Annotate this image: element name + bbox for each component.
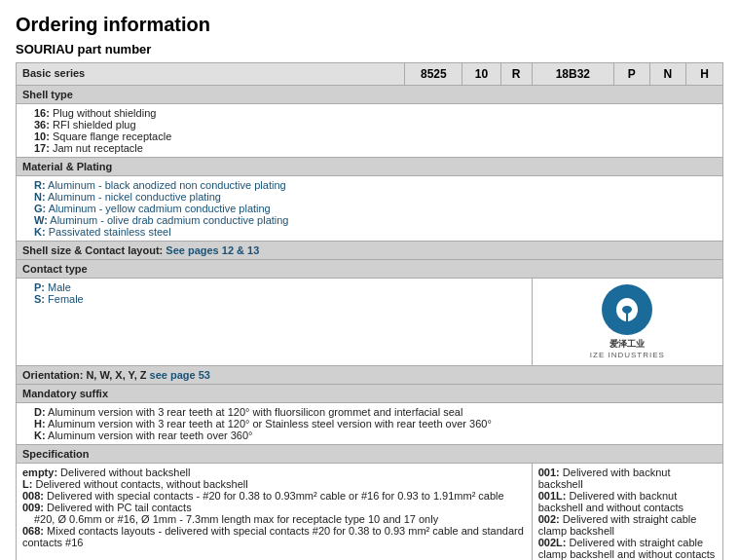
spec-l: L: Delivered without contacts, without b… xyxy=(22,478,526,490)
spec-002: 002: Delivered with straight cable clamp… xyxy=(538,513,717,537)
mandatory-suffix-content: D: Aluminum version with 3 rear teeth at… xyxy=(17,403,723,445)
material-r: R: Aluminum - black anodized non conduct… xyxy=(34,179,717,191)
mandatory-suffix-header: Mandatory suffix xyxy=(17,385,723,403)
logo-svg xyxy=(611,294,643,325)
spec-001l: 001L: Delivered with backnut backshell a… xyxy=(538,490,717,513)
part-value-4: 18B32 xyxy=(532,63,613,86)
contact-type-header-row: Contact type xyxy=(17,260,723,279)
shell-type-content: 16: Plug without shielding 36: RFI shiel… xyxy=(17,104,723,158)
shell-item-17: 17: Jam nut receptacle xyxy=(34,142,717,154)
part-value-2: 10 xyxy=(462,63,500,86)
suffix-h: H: Aluminum version with 3 rear teeth at… xyxy=(34,418,717,429)
contact-s: S: Female xyxy=(34,293,526,305)
material-content: R: Aluminum - black anodized non conduct… xyxy=(17,176,723,242)
part-value-1: 8525 xyxy=(405,63,462,86)
material-g: G: Aluminum - yellow cadmium conductive … xyxy=(34,203,717,214)
logo-company-en: IZE INDUSTRIES xyxy=(590,351,665,359)
mandatory-suffix-header-row: Mandatory suffix xyxy=(17,385,723,403)
shell-item-36: 36: RFI shielded plug xyxy=(34,119,717,131)
shell-size-header-row: Shell size & Contact layout: See pages 1… xyxy=(17,242,723,260)
logo-company-cn: 爱泽工业 xyxy=(610,338,645,351)
material-w: W: Aluminum - olive drab cadmium conduct… xyxy=(34,214,717,226)
material-k: K: Passivated stainless steel xyxy=(34,226,717,238)
shell-item-10: 10: Square flange receptacle xyxy=(34,131,717,142)
orientation-header-row: Orientation: N, W, X, Y, Z see page 53 xyxy=(17,366,723,385)
shell-item-16: 16: Plug without shielding xyxy=(34,107,717,119)
suffix-k: K: Aluminum version with rear teeth over… xyxy=(34,429,717,441)
table-header-row: Basic series 8525 10 R 18B32 P N H xyxy=(17,63,723,86)
shell-type-header: Shell type xyxy=(17,86,723,104)
spec-empty: empty: Delivered without backshell xyxy=(22,467,526,478)
ordering-table: Basic series 8525 10 R 18B32 P N H Shell… xyxy=(16,62,723,560)
material-content-row: R: Aluminum - black anodized non conduct… xyxy=(17,176,723,242)
material-header: Material & Plating xyxy=(17,158,723,176)
logo-circle xyxy=(602,284,652,335)
spec-right-col: 001: Delivered with backnut backshell 00… xyxy=(532,464,722,561)
spec-002l: 002L: Delivered with straight cable clam… xyxy=(538,537,717,560)
basic-series-label: Basic series xyxy=(17,63,405,86)
material-header-row: Material & Plating xyxy=(17,158,723,176)
spec-009: 009: Delivered with PC tail contacts xyxy=(22,502,526,513)
contact-type-content: P: Male S: Female xyxy=(17,279,533,366)
part-value-7: H xyxy=(686,63,723,86)
part-value-5: P xyxy=(613,63,649,86)
logo-cell: 爱泽工业 IZE INDUSTRIES xyxy=(532,279,722,366)
page-subtitle: SOURIAU part number xyxy=(16,42,723,56)
spec-001: 001: Delivered with backnut backshell xyxy=(538,467,717,490)
shell-type-header-row: Shell type xyxy=(17,86,723,104)
shell-size-header: Shell size & Contact layout: See pages 1… xyxy=(17,242,723,260)
mandatory-suffix-list: D: Aluminum version with 3 rear teeth at… xyxy=(22,406,717,441)
specification-header: Specification xyxy=(17,445,723,464)
contact-p: P: Male xyxy=(34,281,526,293)
shell-type-content-row: 16: Plug without shielding 36: RFI shiel… xyxy=(17,104,723,158)
spec-009-detail: #20, Ø 0.6mm or #16, Ø 1mm - 7.3mm lengt… xyxy=(22,513,526,525)
spec-left-col: empty: Delivered without backshell L: De… xyxy=(17,464,533,561)
contact-type-list: P: Male S: Female xyxy=(22,281,526,305)
specification-content-row: empty: Delivered without backshell L: De… xyxy=(17,464,723,561)
shell-size-link[interactable]: See pages 12 & 13 xyxy=(166,244,259,256)
material-list: R: Aluminum - black anodized non conduct… xyxy=(22,179,717,238)
orientation-link[interactable]: see page 53 xyxy=(150,369,210,381)
spec-068: 068: Mixed contacts layouts - delivered … xyxy=(22,525,526,548)
suffix-d: D: Aluminum version with 3 rear teeth at… xyxy=(34,406,717,418)
specification-header-row: Specification xyxy=(17,445,723,464)
contact-type-content-row: P: Male S: Female 爱泽工业 IZE INDUSTRIES xyxy=(17,279,723,366)
shell-type-list: 16: Plug without shielding 36: RFI shiel… xyxy=(22,107,717,154)
mandatory-suffix-content-row: D: Aluminum version with 3 rear teeth at… xyxy=(17,403,723,445)
contact-type-header: Contact type xyxy=(17,260,723,279)
part-value-6: N xyxy=(649,63,686,86)
spec-008: 008: Delivered with special contacts - #… xyxy=(22,490,526,502)
svg-point-0 xyxy=(624,307,630,313)
part-value-3: R xyxy=(500,63,532,86)
material-n: N: Aluminum - nickel conductive plating xyxy=(34,191,717,203)
logo-area: 爱泽工业 IZE INDUSTRIES xyxy=(590,284,665,359)
orientation-header: Orientation: N, W, X, Y, Z see page 53 xyxy=(17,366,723,385)
page-title: Ordering information xyxy=(16,14,723,36)
